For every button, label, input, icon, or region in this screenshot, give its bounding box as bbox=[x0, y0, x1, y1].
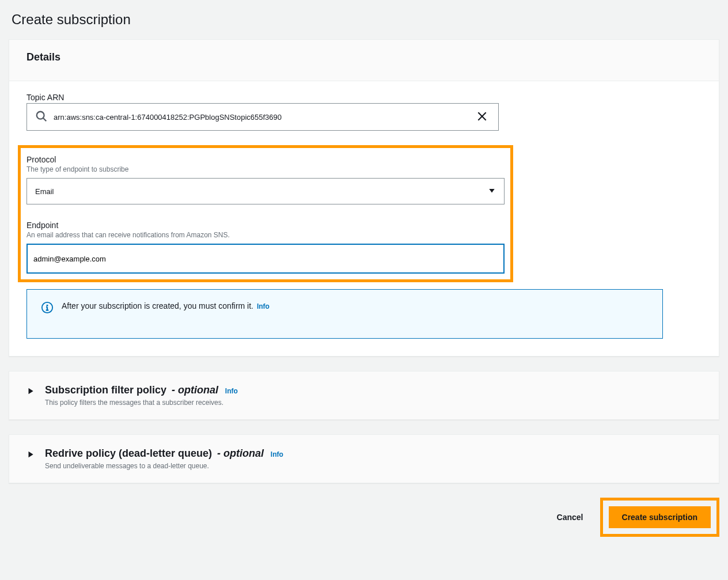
endpoint-hint: An email address that can receive notifi… bbox=[26, 231, 505, 239]
filter-policy-optional: - optional bbox=[169, 384, 218, 396]
svg-marker-11 bbox=[29, 452, 33, 458]
filter-policy-info-link[interactable]: Info bbox=[225, 387, 238, 395]
topic-arn-field: Topic ARN bbox=[26, 93, 702, 131]
redrive-policy-title: Redrive policy (dead-letter queue) bbox=[45, 448, 212, 459]
endpoint-field: Endpoint An email address that can recei… bbox=[26, 221, 505, 274]
redrive-policy-hint: Send undeliverable messages to a dead-le… bbox=[45, 462, 702, 470]
protocol-select[interactable]: Email bbox=[26, 178, 505, 204]
caret-down-icon bbox=[488, 187, 496, 196]
svg-marker-4 bbox=[489, 189, 494, 192]
protocol-field: Protocol The type of endpoint to subscri… bbox=[26, 155, 505, 204]
svg-line-1 bbox=[43, 117, 47, 121]
protocol-hint: The type of endpoint to subscribe bbox=[26, 165, 505, 173]
page-title: Create subscription bbox=[12, 12, 728, 28]
submit-highlight: Create subscription bbox=[600, 498, 719, 537]
highlighted-section: Protocol The type of endpoint to subscri… bbox=[18, 145, 513, 282]
endpoint-input-wrap[interactable] bbox=[26, 244, 505, 274]
cancel-button[interactable]: Cancel bbox=[549, 507, 592, 528]
filter-policy-hint: This policy filters the messages that a … bbox=[45, 399, 702, 407]
redrive-policy-optional: - optional bbox=[214, 448, 264, 459]
info-alert-text: After your subscription is created, you … bbox=[62, 301, 253, 310]
svg-point-0 bbox=[37, 111, 44, 119]
topic-arn-label: Topic ARN bbox=[26, 93, 702, 102]
protocol-label: Protocol bbox=[26, 155, 505, 164]
topic-arn-input-wrap[interactable] bbox=[26, 103, 499, 131]
info-icon bbox=[41, 301, 54, 316]
expand-icon[interactable] bbox=[26, 384, 35, 397]
create-subscription-button[interactable]: Create subscription bbox=[609, 506, 711, 528]
details-panel-header: Details bbox=[9, 40, 719, 81]
endpoint-label: Endpoint bbox=[26, 221, 505, 230]
protocol-value: Email bbox=[35, 187, 488, 196]
clear-icon[interactable] bbox=[466, 111, 498, 124]
expand-icon[interactable] bbox=[26, 448, 35, 460]
svg-marker-10 bbox=[29, 388, 33, 395]
redrive-policy-panel: Redrive policy (dead-letter queue) - opt… bbox=[9, 434, 719, 483]
details-panel: Details Topic ARN bbox=[9, 39, 719, 357]
details-header-title: Details bbox=[26, 51, 702, 63]
search-icon bbox=[27, 110, 54, 124]
filter-policy-panel: Subscription filter policy - optional In… bbox=[9, 371, 719, 420]
topic-arn-input[interactable] bbox=[54, 104, 466, 130]
svg-point-6 bbox=[47, 305, 47, 306]
info-alert-link[interactable]: Info bbox=[257, 302, 270, 310]
filter-policy-title: Subscription filter policy bbox=[45, 384, 166, 396]
endpoint-input[interactable] bbox=[33, 245, 498, 272]
redrive-policy-info-link[interactable]: Info bbox=[271, 450, 283, 458]
info-alert: After your subscription is created, you … bbox=[26, 289, 663, 339]
footer-actions: Cancel Create subscription bbox=[0, 498, 728, 537]
